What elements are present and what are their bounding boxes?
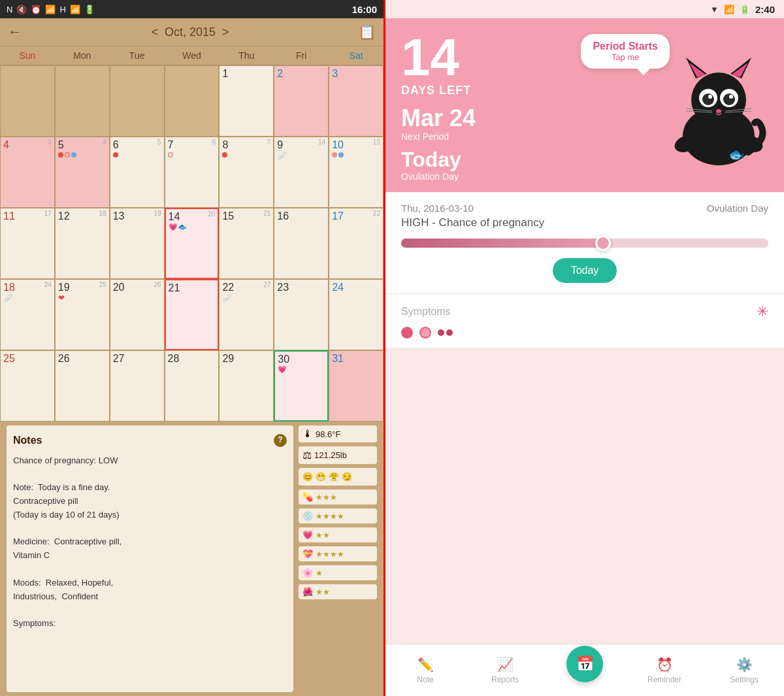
month-title: < Oct, 2015 >: [151, 25, 229, 39]
notes-line-9: Symptoms:: [13, 617, 287, 631]
nav-settings[interactable]: ⚙️ Settings: [704, 657, 784, 684]
progress-bar: [401, 239, 768, 248]
cal-cell-empty[interactable]: [165, 65, 220, 137]
cal-cell-9[interactable]: 14 9 🩹: [274, 137, 329, 208]
back-button[interactable]: ←: [8, 24, 22, 41]
svg-point-8: [702, 93, 714, 105]
time-right: 2:40: [755, 4, 775, 15]
cal-cell-13[interactable]: 19 13: [110, 208, 165, 279]
calendar-nav-icon: 📅: [576, 655, 594, 672]
cal-cell-18[interactable]: 24 18 🩹: [0, 279, 55, 350]
cal-cell-10[interactable]: 15 10: [329, 137, 384, 208]
cal-cell-1[interactable]: 1: [219, 65, 274, 137]
progress-thumb: [595, 235, 611, 251]
svg-marker-4: [689, 63, 706, 77]
cal-cell-14[interactable]: 20 14 💗🐟: [165, 208, 220, 279]
calendar-grid: 1 2 3 3 4 4 5 5 6 6 7 7 8 14 9: [0, 65, 384, 422]
cal-cell-25[interactable]: 25: [0, 350, 55, 422]
cal-cell-3[interactable]: 3: [329, 65, 384, 137]
day-tue: Tue: [110, 46, 165, 65]
cal-cell-20[interactable]: 26 20: [110, 279, 165, 350]
next-month-btn[interactable]: >: [222, 25, 229, 39]
cal-cell-19[interactable]: 25 19 ❤: [55, 279, 110, 350]
cal-cell-21[interactable]: 21: [165, 279, 220, 350]
period-bubble[interactable]: Period Starts Tap me: [581, 34, 670, 69]
symptoms-asterisk[interactable]: ✳: [757, 303, 768, 320]
bubble-sub: Tap me: [593, 52, 658, 62]
svg-point-10: [708, 95, 712, 99]
cal-cell-empty[interactable]: [0, 65, 55, 137]
notes-line-6: Vitamin C: [13, 549, 287, 563]
cal-cell-8[interactable]: 7 8: [219, 137, 274, 208]
nav-circle[interactable]: 📅: [566, 646, 603, 682]
cal-cell-empty[interactable]: [55, 65, 110, 137]
weight-stat: ⚖ 121.25lb: [299, 446, 377, 464]
symptom-dot-2[interactable]: [419, 327, 431, 339]
cal-cell-29[interactable]: 29: [219, 350, 274, 422]
notes-content: Notes ? Chance of pregnancy: LOW Note: T…: [7, 425, 293, 692]
track-2: 💿 ★★★★: [299, 508, 377, 523]
day-wed: Wed: [165, 46, 220, 65]
notes-line-2: Note: Today is a fine day.: [13, 481, 287, 495]
nav-reminder[interactable]: ⏰ Reminder: [625, 657, 704, 684]
day-headers: Sun Mon Tue Wed Thu Fri Sat: [0, 46, 384, 65]
info-date-row: Thu, 2016-03-10 Ovulation Day: [401, 203, 768, 214]
notes-help[interactable]: ?: [274, 434, 287, 447]
cal-cell-16[interactable]: 16: [274, 208, 329, 279]
cal-cell-17[interactable]: 22 17: [329, 208, 384, 279]
notes-line-1: Chance of pregnancy: LOW: [13, 454, 287, 468]
nav-reports-label: Reports: [491, 675, 519, 684]
symptom-dots: [401, 327, 768, 339]
info-card: Thu, 2016-03-10 Ovulation Day HIGH - Cha…: [385, 192, 784, 293]
symptoms-section: Symptoms ✳: [385, 293, 784, 348]
day-thu: Thu: [219, 46, 274, 65]
nav-settings-label: Settings: [730, 675, 758, 684]
cal-cell-22[interactable]: 27 22 🩹: [219, 279, 274, 350]
mood-row: 😊 😁 😤 😏: [299, 468, 377, 486]
track-4: 💝 ★★★★: [299, 546, 377, 561]
svg-text:🐟: 🐟: [728, 146, 745, 162]
cat-mascot: 🐟: [666, 38, 771, 169]
nav-reminder-label: Reminder: [647, 675, 681, 684]
track-5: 🌸 ★: [299, 565, 377, 580]
cal-cell-5[interactable]: 4 5: [55, 137, 110, 208]
calendar-icon[interactable]: 📋: [358, 24, 376, 41]
cal-cell-24[interactable]: 24: [329, 279, 384, 350]
svg-point-9: [723, 93, 735, 105]
reminder-icon: ⏰: [657, 657, 673, 672]
cal-cell-12[interactable]: 18 12: [55, 208, 110, 279]
cal-cell-7[interactable]: 6 7: [165, 137, 220, 208]
svg-point-11: [729, 95, 733, 99]
notes-line-4: (Today is day 10 of 21 days): [13, 508, 287, 522]
cal-cell-4[interactable]: 3 4: [0, 137, 55, 208]
cal-cell-26[interactable]: 26: [55, 350, 110, 422]
nav-center[interactable]: 📅: [545, 659, 625, 682]
right-panel: ▼ 📶 🔋 2:40 Period Starts Tap me: [385, 0, 784, 696]
svg-marker-5: [732, 63, 748, 77]
cal-cell-31[interactable]: 31: [329, 350, 384, 422]
temp-stat: 🌡 98.6°F: [299, 425, 377, 442]
cal-cell-15[interactable]: 21 15: [219, 208, 274, 279]
symptom-dot-1[interactable]: [401, 327, 413, 339]
hero-section: Period Starts Tap me: [385, 18, 784, 192]
cal-cell-27[interactable]: 27: [110, 350, 165, 422]
time-left: 16:00: [352, 4, 377, 15]
status-bar-right: ▼ 📶 🔋 2:40: [385, 0, 784, 18]
cal-cell-2[interactable]: 2: [274, 65, 329, 137]
notes-line-8: Industrious, Confident: [13, 590, 287, 604]
cal-cell-30[interactable]: 30 💗: [274, 350, 329, 422]
notes-stats: 🌡 98.6°F ⚖ 121.25lb 😊 😁 😤 😏 💊 ★★★ 💿 ★★★★: [299, 425, 377, 692]
prev-month-btn[interactable]: <: [151, 25, 158, 39]
cal-cell-23[interactable]: 23: [274, 279, 329, 350]
today-button[interactable]: Today: [553, 258, 617, 283]
cal-cell-empty[interactable]: [110, 65, 165, 137]
cal-cell-28[interactable]: 28: [165, 350, 220, 422]
settings-icon: ⚙️: [736, 657, 753, 672]
ovulation-label: Ovulation Day: [401, 171, 768, 182]
calendar-header: ← < Oct, 2015 > 📋: [0, 18, 384, 46]
cal-cell-6[interactable]: 5 6: [110, 137, 165, 208]
nav-reports[interactable]: 📈 Reports: [465, 657, 545, 684]
symptoms-header: Symptoms ✳: [401, 303, 768, 320]
cal-cell-11[interactable]: 17 11: [0, 208, 55, 279]
nav-note[interactable]: ✏️ Note: [385, 657, 465, 684]
